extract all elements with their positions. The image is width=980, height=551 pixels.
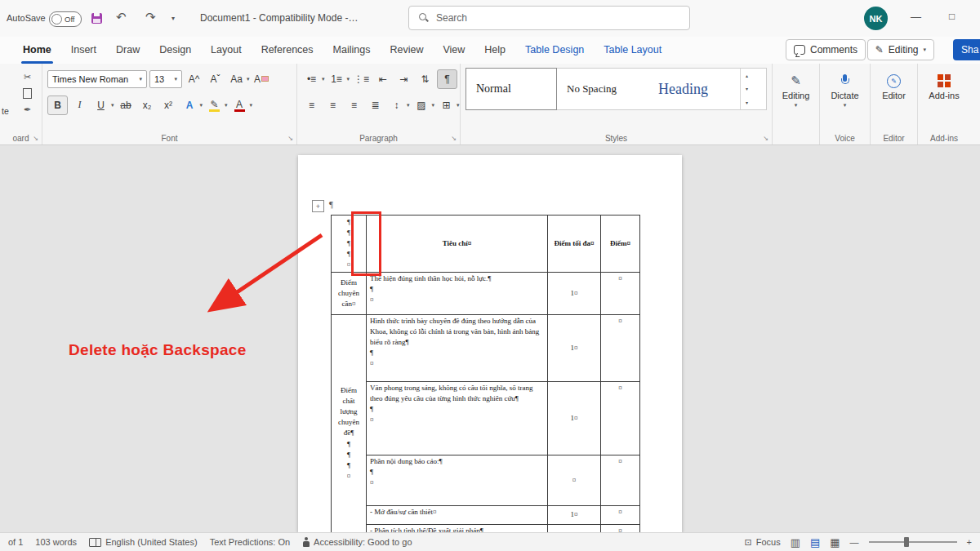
print-layout-button[interactable]: ▤ [810, 536, 820, 549]
style-no-spacing[interactable]: No Spacing [557, 69, 648, 109]
criteria-cell[interactable]: Thể hiện đúng tinh thần học hỏi, nỗ lực.… [367, 273, 548, 315]
page-indicator[interactable]: of 1 [8, 537, 23, 547]
autosave-toggle[interactable]: Off [49, 11, 82, 27]
row-label-cell[interactable]: Điểm chuyên cần¤ [332, 273, 367, 315]
align-center-button[interactable]: ≡ [323, 96, 342, 114]
bold-button[interactable]: B [47, 96, 68, 115]
zoom-slider-thumb[interactable] [904, 537, 909, 547]
search-input[interactable]: Search [408, 6, 690, 30]
editing-button[interactable]: ✎ Editing ▾ [777, 68, 814, 109]
style-heading[interactable]: Heading [648, 69, 740, 109]
addins-button[interactable]: Add-ins [923, 68, 965, 100]
quick-access-caret[interactable]: ▾ [172, 15, 175, 22]
max-cell[interactable]: ¤ [548, 455, 601, 506]
change-case-button[interactable]: Aa [227, 70, 246, 88]
show-hide-marks-button[interactable]: ¶ [437, 69, 457, 89]
increase-indent-button[interactable]: ⇥ [394, 70, 413, 88]
proofing-button[interactable]: English (United States) [89, 537, 198, 547]
grow-font-button[interactable]: A^ [185, 70, 203, 88]
tab-insert[interactable]: Insert [61, 37, 106, 64]
criteria-cell[interactable]: Phần nội dung báo cáo:¶ ¶ ¤ [367, 455, 548, 506]
zoom-out-button[interactable]: — [850, 537, 859, 547]
max-cell[interactable]: 1¤ [548, 315, 601, 382]
underline-button[interactable]: U [91, 96, 110, 114]
dictate-button[interactable]: Dictate ▾ [825, 68, 865, 109]
score-cell[interactable]: ¤ [601, 506, 640, 525]
line-spacing-button[interactable]: ↕ [387, 96, 406, 114]
zoom-slider[interactable] [869, 541, 957, 543]
web-layout-button[interactable]: ▦ [830, 536, 840, 549]
style-normal[interactable]: Normal [466, 68, 557, 110]
avatar[interactable]: NK [864, 7, 888, 30]
bullets-button[interactable]: •≡ [302, 70, 321, 88]
accessibility-checker[interactable]: Accessibility: Good to go [302, 537, 412, 548]
redo-button[interactable]: ↷ [145, 10, 156, 24]
clear-formatting-button[interactable]: A [252, 70, 271, 88]
copy-icon[interactable] [23, 88, 32, 99]
strikethrough-button[interactable]: ab [117, 96, 136, 114]
criteria-cell[interactable]: - Mở đầu/sự cần thiết¤ [367, 506, 548, 525]
read-mode-button[interactable]: ▥ [791, 536, 800, 549]
header-max-cell[interactable]: Điểm tối đa¤ [548, 216, 601, 273]
tab-mailings[interactable]: Mailings [323, 37, 381, 64]
highlight-color-button[interactable]: ✎ [205, 96, 224, 114]
table-move-handle[interactable]: + [312, 200, 324, 212]
sort-button[interactable]: ⇅ [416, 70, 434, 88]
share-button[interactable]: Sha [953, 39, 980, 60]
score-cell[interactable]: ¤ [601, 382, 640, 455]
max-cell[interactable]: 1¤ [548, 506, 601, 525]
header-criteria-cell[interactable]: Tiêu chí¤ [367, 216, 548, 273]
paste-button-partial[interactable]: te [2, 106, 9, 116]
text-effects-button[interactable]: A [180, 96, 199, 114]
tab-review[interactable]: Review [380, 37, 433, 64]
styles-more-button[interactable]: ▴ ▾ ▾ [740, 69, 753, 109]
align-right-button[interactable]: ≡ [345, 96, 363, 114]
undo-button[interactable]: ↶ [116, 10, 127, 24]
italic-button[interactable]: I [70, 96, 89, 114]
criteria-cell[interactable]: Văn phong trong sáng, không có câu tối n… [367, 382, 548, 455]
document-page[interactable]: + ¶ ¶ ¶ ¶ ¶ ¤ Tiêu chí¤ Điểm tối đa¤ Điể… [298, 155, 682, 532]
font-name-select[interactable]: Times New Roman ▾ [47, 70, 147, 88]
decrease-indent-button[interactable]: ⇤ [373, 70, 392, 88]
tab-table-layout[interactable]: Table Layout [594, 37, 671, 64]
font-dialog-launcher[interactable]: ↘ [287, 135, 293, 142]
max-cell[interactable]: 1¤ [548, 382, 601, 455]
clipboard-dialog-launcher[interactable]: ↘ [33, 135, 38, 142]
focus-button[interactable]: ⊡ Focus [744, 537, 780, 548]
editor-button[interactable]: ✎ Editor [875, 68, 912, 100]
minimize-button[interactable]: — [911, 11, 921, 23]
score-cell[interactable]: ¤ [601, 315, 640, 382]
text-predictions[interactable]: Text Predictions: On [210, 537, 290, 547]
shading-button[interactable]: ▨ [412, 96, 431, 114]
numbering-button[interactable]: 1≡ [327, 70, 346, 88]
align-left-button[interactable]: ≡ [302, 96, 321, 114]
borders-button[interactable]: ⊞ [437, 96, 456, 114]
criteria-cell[interactable]: - Phân tích tình thế/Đề xuất giải pháp¶ [367, 525, 548, 533]
shrink-font-button[interactable]: Aˇ [206, 70, 225, 88]
justify-button[interactable]: ≣ [366, 96, 385, 114]
score-cell[interactable]: ¤ [601, 273, 640, 315]
tab-references[interactable]: References [252, 37, 323, 64]
font-color-button[interactable]: A [230, 96, 249, 114]
superscript-button[interactable]: x² [159, 96, 178, 114]
subscript-button[interactable]: x₂ [138, 96, 157, 114]
zoom-in-button[interactable]: + [967, 537, 972, 547]
max-cell[interactable]: 1¤ [548, 273, 601, 315]
tab-help[interactable]: Help [474, 37, 515, 64]
row-group-label-cell[interactable]: Điểm chất lượng chuyên đề¶ ¶ ¶ ¶ ¤ [332, 315, 367, 533]
word-count[interactable]: 103 words [35, 537, 77, 547]
multilevel-list-button[interactable]: ⋮≡ [352, 70, 371, 88]
editing-mode-button[interactable]: ✎ Editing ▾ [867, 39, 934, 60]
header-score-cell[interactable]: Điểm¤ [601, 216, 640, 273]
tab-view[interactable]: View [433, 37, 474, 64]
format-painter-icon[interactable]: ✒ [24, 104, 31, 115]
tab-draw[interactable]: Draw [106, 37, 149, 64]
tab-home[interactable]: Home [13, 37, 61, 64]
criteria-cell[interactable]: Hình thức trình bày chuyên đề đúng theo … [367, 315, 548, 382]
comments-button[interactable]: Comments [786, 39, 866, 60]
save-icon[interactable] [91, 13, 102, 24]
score-cell[interactable]: ¤ [601, 525, 640, 533]
restore-button[interactable]: □ [949, 11, 955, 22]
cut-icon[interactable]: ✂ [24, 72, 31, 82]
tab-design[interactable]: Design [149, 37, 201, 64]
